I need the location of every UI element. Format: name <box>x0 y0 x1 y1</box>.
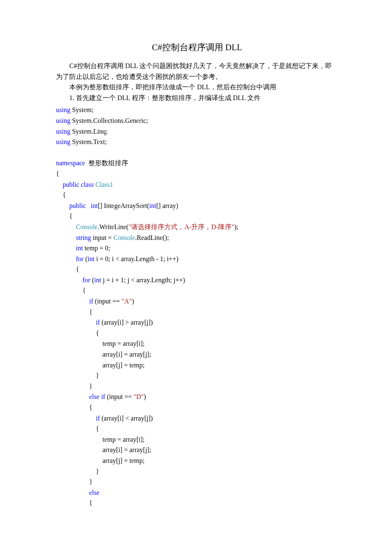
keyword-for: for <box>76 255 84 262</box>
for-i: i = 0; i < array.Length - 1; i++) <box>95 255 178 262</box>
brace-open: { <box>96 425 99 432</box>
brace-close: } <box>89 383 93 390</box>
open-paren: ( <box>84 255 88 262</box>
document-title: C#控制台程序调用 DLL <box>56 42 338 53</box>
code-block: using System; using System.Collections.G… <box>56 105 338 509</box>
stmt-ai: array[i] = array[j]; <box>102 351 151 358</box>
brace-close: } <box>96 372 99 379</box>
cond-gt: (array[i] > array[j]) <box>100 319 153 326</box>
paragraph-1: C#控制台程序调用 DLL 这个问题困扰我好几天了，今天竟然解决了，于是就想记下… <box>56 61 338 82</box>
stmt-ai: array[i] = array[j]; <box>102 446 151 453</box>
brace-open: { <box>96 330 99 337</box>
brace-close: } <box>96 468 99 475</box>
keyword-using: using <box>56 117 71 124</box>
for-j: j = i + 1; j < array.Length; j++) <box>101 276 185 284</box>
ns-system: System; <box>71 106 94 113</box>
paragraph-2: 本例为整形数组排序，即把排序法做成一个 DLL，然后在控制台中调用 <box>56 82 338 93</box>
brace-close: } <box>89 478 93 485</box>
method-sig-2: [] array) <box>156 202 178 209</box>
brace-open: { <box>76 266 79 273</box>
keyword-using: using <box>56 128 71 135</box>
namespace-name: 整形数组排序 <box>85 159 128 166</box>
keyword-int: int <box>94 276 101 284</box>
class-name: Class1 <box>95 181 113 188</box>
keyword-if: if <box>96 415 100 422</box>
method-sig-1: [] IntegeArraySort( <box>98 202 149 209</box>
ns-generic: System.Collections.Generic; <box>71 117 148 124</box>
stmt-temp: temp = array[i]; <box>102 340 144 347</box>
stmt-temp: temp = array[i]; <box>102 436 144 443</box>
ns-text: System.Text; <box>71 138 107 145</box>
close-paren: ) <box>132 298 134 305</box>
keyword-using: using <box>56 106 71 113</box>
keyword-int: int <box>149 202 156 209</box>
readline-call: .ReadLine(); <box>135 234 169 241</box>
type-console: Console <box>76 223 97 230</box>
keyword-namespace: namespace <box>56 159 85 166</box>
type-console: Console <box>113 234 135 241</box>
string-prompt: "请选择排序方式，A-升序，D-降序" <box>129 223 234 230</box>
input-eq: input = <box>91 234 113 241</box>
cond-d: (input == <box>105 393 134 400</box>
string-a: "A" <box>122 298 132 305</box>
keyword-class: class <box>79 181 95 188</box>
keyword-if: if <box>89 298 93 305</box>
stmt-aj: array[j] = temp; <box>102 457 144 464</box>
keyword-public: public <box>69 202 86 209</box>
keyword-for: for <box>83 276 90 284</box>
cond-a: (input == <box>93 298 122 305</box>
paragraph-3: 1. 首先建立一个 DLL 程序：整形数组排序，并编译生成 DLL 文件 <box>56 93 338 103</box>
ns-linq: System.Linq; <box>71 128 108 135</box>
keyword-public: public <box>63 181 79 188</box>
cond-lt: (array[i] < array[j]) <box>100 415 153 422</box>
brace-open: { <box>89 404 93 411</box>
brace-open: { <box>63 191 66 198</box>
keyword-if: if <box>96 319 100 326</box>
keyword-else: else <box>89 489 100 496</box>
close-paren: ) <box>144 393 146 400</box>
brace-open: { <box>69 213 73 220</box>
brace-open: { <box>56 170 59 177</box>
brace-open: { <box>83 287 86 294</box>
brace-open: { <box>89 499 93 506</box>
brace-open: { <box>89 308 93 315</box>
string-d: "D" <box>134 393 144 400</box>
stmt-aj: array[j] = temp; <box>102 362 144 369</box>
writeline-call: .WriteLine( <box>97 223 128 230</box>
keyword-int: int <box>88 255 95 262</box>
keyword-using: using <box>56 138 71 145</box>
temp-decl: temp = 0; <box>83 244 110 252</box>
keyword-int: int <box>76 244 83 252</box>
keyword-string: string <box>76 234 91 241</box>
open-paren: ( <box>90 276 94 284</box>
document-page: C#控制台程序调用 DLL C#控制台程序调用 DLL 这个问题困扰我好几天了，… <box>0 0 392 533</box>
keyword-elseif: else if <box>89 393 105 400</box>
keyword-int: int <box>91 202 98 209</box>
close-paren-semi: ); <box>234 223 239 230</box>
